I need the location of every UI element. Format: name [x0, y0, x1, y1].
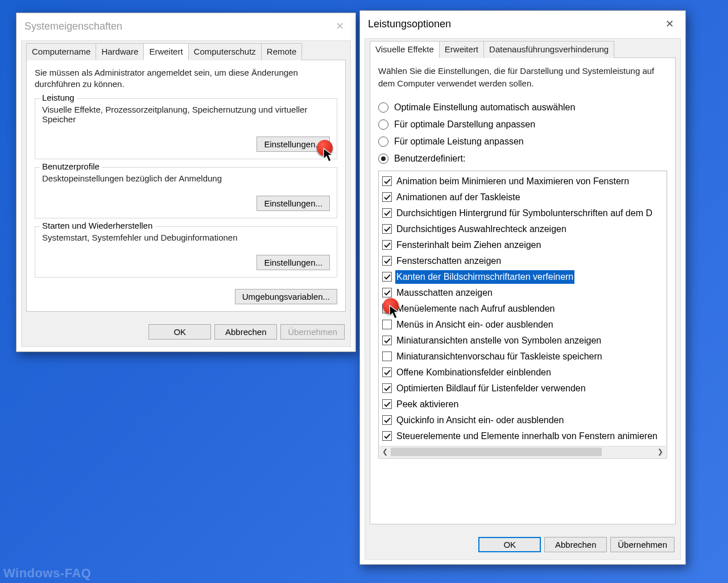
- effect-checkbox[interactable]: [382, 304, 392, 313]
- effect-label: Durchsichtiges Auswahlrechteck anzeigen: [395, 222, 568, 236]
- startup-desc: Systemstart, Systemfehler und Debuginfor…: [42, 233, 330, 242]
- tab-remote[interactable]: Remote: [261, 43, 303, 60]
- effect-checkbox[interactable]: [382, 256, 392, 266]
- effect-row[interactable]: Miniaturansichtenvorschau für Taskleiste…: [380, 349, 667, 365]
- userprofiles-legend: Benutzerprofile: [40, 162, 102, 171]
- effect-label: Peek aktivieren: [395, 398, 460, 411]
- effect-label: Fensterschatten anzeigen: [395, 254, 502, 268]
- effect-row[interactable]: Fensterinhalt beim Ziehen anzeigen: [380, 237, 667, 253]
- radio-best-appearance[interactable]: Für optimale Darstellung anpassen: [378, 119, 667, 130]
- tab-visual-effects[interactable]: Visuelle Effekte: [370, 41, 440, 58]
- performance-settings-button[interactable]: Einstellungen...: [257, 137, 330, 152]
- sysprops-footer: OK Abbrechen Übernehmen: [26, 324, 346, 340]
- effect-label: Miniaturansichten anstelle von Symbolen …: [395, 334, 602, 348]
- radio-custom-label: Benutzerdefiniert:: [394, 154, 465, 164]
- effect-checkbox[interactable]: [382, 192, 392, 202]
- effect-checkbox[interactable]: [382, 383, 392, 393]
- radio-auto[interactable]: Optimale Einstellung automatisch auswähl…: [378, 102, 667, 113]
- effect-checkbox[interactable]: [382, 352, 392, 361]
- effect-row[interactable]: Durchsichtigen Hintergrund für Symbolunt…: [380, 205, 667, 221]
- effect-checkbox[interactable]: [382, 367, 392, 377]
- hscroll-thumb[interactable]: [391, 448, 602, 456]
- effect-checkbox[interactable]: [382, 415, 392, 425]
- userprofiles-desc: Desktopeinstellungen bezüglich der Anmel…: [42, 173, 330, 183]
- effect-checkbox[interactable]: [382, 272, 392, 282]
- perfopts-tabs: Visuelle Effekte Erweitert Datenausführu…: [370, 39, 676, 58]
- tab-computerschutz[interactable]: Computerschutz: [188, 43, 262, 60]
- effect-label: Durchsichtigen Hintergrund für Symbolunt…: [395, 206, 653, 220]
- effect-checkbox[interactable]: [382, 431, 392, 441]
- effect-row[interactable]: Kanten der Bildschirmschriftarten verfei…: [380, 269, 667, 285]
- env-vars-button[interactable]: Umgebungsvariablen...: [235, 289, 337, 304]
- effect-row[interactable]: Offene Kombinationsfelder einblenden: [380, 365, 667, 381]
- effect-row[interactable]: Fensterschatten anzeigen: [380, 253, 667, 269]
- effect-row[interactable]: Animation beim Minimieren und Maximieren…: [380, 173, 667, 189]
- tab-computername[interactable]: Computername: [26, 43, 96, 60]
- perfopts-apply-button[interactable]: Übernehmen: [610, 537, 675, 552]
- perfopts-close-button[interactable]: ✕: [660, 16, 680, 31]
- perfopts-ok-button[interactable]: OK: [478, 537, 541, 552]
- effect-row[interactable]: Quickinfo in Ansicht ein- oder ausblende…: [380, 412, 667, 428]
- tab-hardware[interactable]: Hardware: [96, 43, 144, 60]
- effect-label: Mausschatten anzeigen: [395, 286, 494, 300]
- effect-label: Fensterinhalt beim Ziehen anzeigen: [395, 238, 542, 252]
- effect-checkbox[interactable]: [382, 288, 392, 297]
- sysprops-apply-button[interactable]: Übernehmen: [280, 324, 345, 340]
- userprofiles-group: Benutzerprofile Desktopeinstellungen bez…: [35, 167, 337, 218]
- effect-label: Steuerelemente und Elemente innerhalb vo…: [395, 429, 659, 443]
- userprofiles-settings-button[interactable]: Einstellungen...: [257, 196, 330, 211]
- hscroll-left-arrow[interactable]: ❮: [379, 446, 391, 457]
- sysprops-tabs: Computername Hardware Erweitert Computer…: [26, 41, 346, 60]
- effects-hscrollbar[interactable]: ❮ ❯: [379, 446, 666, 457]
- effect-row[interactable]: Steuerelemente und Elemente innerhalb vo…: [380, 428, 667, 444]
- effect-label: Menüelemente nach Aufruf ausblenden: [395, 302, 556, 316]
- effect-checkbox[interactable]: [382, 336, 392, 345]
- sysprops-titlebar: Systemeigenschaften ✕: [16, 13, 355, 37]
- effect-row[interactable]: Peek aktivieren: [380, 396, 667, 412]
- sysprops-inner: Computername Hardware Erweitert Computer…: [21, 40, 351, 347]
- radio-best-performance[interactable]: Für optimale Leistung anpassen: [378, 137, 667, 147]
- radio-auto-indicator: [378, 102, 388, 113]
- perfopts-cancel-button[interactable]: Abbrechen: [544, 537, 607, 552]
- effect-row[interactable]: Miniaturansichten anstelle von Symbolen …: [380, 333, 667, 349]
- effect-checkbox[interactable]: [382, 240, 392, 250]
- perfopts-instruction: Wählen Sie die Einstellungen, die für Da…: [378, 65, 667, 90]
- tab-erweitert[interactable]: Erweitert: [143, 43, 188, 60]
- effect-row[interactable]: Menüs in Ansicht ein- oder ausblenden: [380, 317, 667, 333]
- effect-checkbox[interactable]: [382, 399, 392, 409]
- hscroll-track[interactable]: [391, 446, 655, 457]
- effect-row[interactable]: Menüelemente nach Aufruf ausblenden: [380, 301, 667, 317]
- radio-best-appearance-label: Für optimale Darstellung anpassen: [394, 119, 535, 130]
- tab-dep[interactable]: Datenausführungsverhinderung: [483, 41, 614, 58]
- performance-desc: Visuelle Effekte, Prozessorzeitplanung, …: [42, 105, 330, 124]
- watermark: Windows-FAQ: [3, 566, 91, 581]
- hscroll-right-arrow[interactable]: ❯: [655, 446, 666, 457]
- performance-options-dialog: Leistungsoptionen ✕ Visuelle Effekte Erw…: [359, 10, 686, 565]
- sysprops-ok-button[interactable]: OK: [148, 324, 211, 340]
- effect-row[interactable]: Mausschatten anzeigen: [380, 285, 667, 301]
- startup-settings-button[interactable]: Einstellungen...: [257, 255, 330, 270]
- performance-group: Leistung Visuelle Effekte, Prozessorzeit…: [35, 98, 337, 159]
- radio-best-performance-label: Für optimale Leistung anpassen: [394, 137, 524, 147]
- effect-row[interactable]: Optimierten Bildlauf für Listenfelder ve…: [380, 381, 667, 396]
- sysprops-cancel-button[interactable]: Abbrechen: [214, 324, 277, 340]
- effect-label: Optimierten Bildlauf für Listenfelder ve…: [395, 382, 587, 395]
- perfopts-titlebar: Leistungsoptionen ✕: [360, 11, 685, 35]
- radio-auto-label: Optimale Einstellung automatisch auswähl…: [394, 102, 575, 113]
- effect-label: Menüs in Ansicht ein- oder ausblenden: [395, 318, 555, 332]
- effect-checkbox[interactable]: [382, 320, 392, 329]
- admin-note: Sie müssen als Administrator angemeldet …: [35, 67, 337, 90]
- perfopts-footer: OK Abbrechen Übernehmen: [370, 537, 676, 552]
- perfopts-inner: Visuelle Effekte Erweitert Datenausführu…: [365, 38, 681, 560]
- effect-label: Animationen auf der Taskleiste: [395, 191, 522, 204]
- sysprops-close-button[interactable]: ✕: [330, 19, 350, 34]
- tab-advanced[interactable]: Erweitert: [439, 41, 484, 58]
- effect-checkbox[interactable]: [382, 208, 392, 218]
- effects-listbox[interactable]: Animation beim Minimieren und Maximieren…: [378, 171, 667, 458]
- effect-row[interactable]: Animationen auf der Taskleiste: [380, 189, 667, 205]
- effect-checkbox[interactable]: [382, 176, 392, 186]
- radio-custom[interactable]: Benutzerdefiniert:: [378, 154, 667, 164]
- effect-row[interactable]: Durchsichtiges Auswahlrechteck anzeigen: [380, 221, 667, 237]
- effect-checkbox[interactable]: [382, 224, 392, 234]
- radio-best-appearance-indicator: [378, 119, 388, 130]
